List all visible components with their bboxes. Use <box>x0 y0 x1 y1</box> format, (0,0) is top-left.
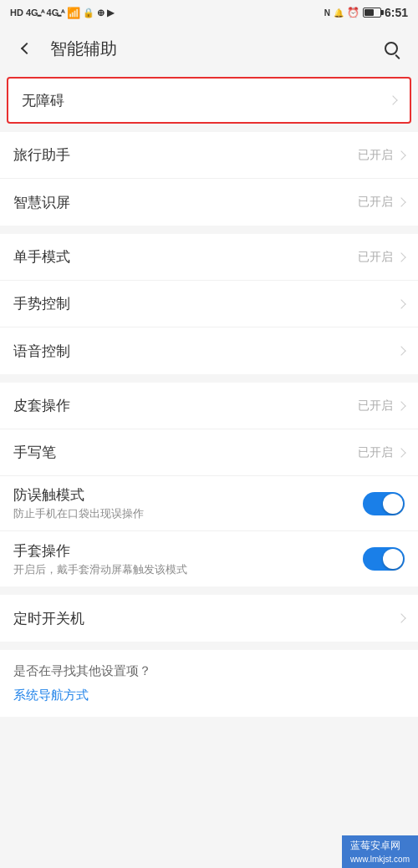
toggle-knob <box>383 549 403 569</box>
signal-text: HD <box>10 8 23 18</box>
item-yuyinkongzhi[interactable]: 语音控制 <box>0 327 418 374</box>
item-left: 语音控制 <box>13 342 398 361</box>
chevron-icon <box>396 150 405 160</box>
status-right: N 🔔 ⏰ 6:51 <box>324 6 408 19</box>
chevron-icon <box>396 252 405 261</box>
notification-icon: 🔔 <box>334 8 344 18</box>
item-right: 已开启 <box>358 445 405 460</box>
item-title: 旅行助手 <box>13 147 70 163</box>
vpn-icon: 🔒 <box>83 8 94 18</box>
battery-icon <box>363 8 381 18</box>
item-dingshiguanji[interactable]: 定时开关机 <box>0 595 418 642</box>
section-travel: 旅行助手 已开启 智慧识屏 已开启 <box>0 132 418 226</box>
chevron-icon <box>396 346 405 355</box>
section-accessories: 皮套操作 已开启 手写笔 已开启 防误触模式 防止手机在口袋出现误操作 手套操作… <box>0 383 418 586</box>
item-right <box>390 97 396 104</box>
chevron-icon <box>396 197 405 206</box>
item-lvxingzushou[interactable]: 旅行助手 已开启 <box>0 132 418 179</box>
watermark-subtext: www.lmkjst.com <box>350 855 410 864</box>
item-title: 无障碍 <box>22 93 64 109</box>
back-arrow-icon <box>21 43 33 54</box>
back-button[interactable] <box>13 35 40 62</box>
item-left: 手势控制 <box>13 294 398 313</box>
item-title: 皮套操作 <box>13 398 70 414</box>
item-title: 智慧识屏 <box>13 195 70 211</box>
item-subtitle: 开启后，戴手套滑动屏幕触发该模式 <box>13 562 363 577</box>
item-left: 智慧识屏 <box>13 193 358 212</box>
toggle-shoutao[interactable] <box>363 547 405 571</box>
page-title: 智能辅助 <box>50 38 117 60</box>
item-danshoumoshi[interactable]: 单手模式 已开启 <box>0 234 418 281</box>
item-left: 手套操作 开启后，戴手套滑动屏幕触发该模式 <box>13 541 363 577</box>
item-pitaocaozuo[interactable]: 皮套操作 已开启 <box>0 383 418 429</box>
item-title: 手写笔 <box>13 444 56 460</box>
search-icon <box>385 42 398 55</box>
signal-4g2: 4G <box>47 8 59 18</box>
item-right: 已开启 <box>358 148 405 163</box>
item-title: 防误触模式 <box>13 487 84 503</box>
chevron-icon <box>388 95 397 104</box>
status-bar: HD 4G ᪵ᴬ 4G ᪵ᴬ 📶 🔒 ⊕ ▶ N 🔔 ⏰ 6:51 <box>0 0 418 25</box>
watermark-text: 蓝莓安卓网 <box>350 840 400 851</box>
signal-bar1: ᪵ᴬ <box>41 8 44 18</box>
chevron-icon <box>396 299 405 308</box>
section-gesture: 单手模式 已开启 手势控制 语音控制 <box>0 234 418 374</box>
item-right: 已开启 <box>358 250 405 265</box>
chevron-icon <box>396 613 405 622</box>
toggle-fangwuchu[interactable] <box>363 492 405 515</box>
item-right: 已开启 <box>358 398 405 414</box>
header-left: 智能辅助 <box>13 35 117 62</box>
section-timer: 定时开关机 <box>0 595 418 642</box>
battery-fill <box>364 9 374 16</box>
section-accessibility: 无障碍 <box>0 77 418 124</box>
item-title: 单手模式 <box>13 249 70 265</box>
header: 智能辅助 <box>0 25 418 72</box>
item-fangwuchumoshi[interactable]: 防误触模式 防止手机在口袋出现误操作 <box>0 476 418 531</box>
signal-4g1: 4G <box>26 8 38 18</box>
item-right <box>363 547 405 571</box>
nfc-icon: N <box>324 8 330 18</box>
watermark: 蓝莓安卓网 www.lmkjst.com <box>342 835 418 868</box>
item-left: 皮套操作 <box>13 396 358 415</box>
item-left: 无障碍 <box>22 91 390 110</box>
item-shouxiubi[interactable]: 手写笔 已开启 <box>0 429 418 476</box>
item-title: 手势控制 <box>13 296 70 312</box>
chevron-icon <box>396 448 405 457</box>
item-title: 语音控制 <box>13 343 70 359</box>
signal-bar2: ᪵ᴬ <box>61 8 64 18</box>
toggle-knob <box>383 494 403 514</box>
item-title: 定时开关机 <box>13 611 84 627</box>
item-right <box>398 301 405 307</box>
charging-icon: ⊕ <box>97 8 104 18</box>
status-label: 已开启 <box>358 250 393 265</box>
item-left: 旅行助手 <box>13 145 358 165</box>
item-title: 手套操作 <box>13 543 70 559</box>
more-icon: ▶ <box>107 8 114 18</box>
item-right <box>398 348 405 354</box>
item-left: 定时开关机 <box>13 609 398 628</box>
status-label: 已开启 <box>358 398 393 414</box>
time-display: 6:51 <box>385 6 408 19</box>
status-left: HD 4G ᪵ᴬ 4G ᪵ᴬ 📶 🔒 ⊕ ▶ <box>10 7 114 19</box>
item-wuzhangai[interactable]: 无障碍 <box>7 77 411 124</box>
item-left: 防误触模式 防止手机在口袋出现误操作 <box>13 485 363 521</box>
wifi-icon: 📶 <box>67 7 80 19</box>
item-right: 已开启 <box>358 195 405 210</box>
footer-question: 是否在寻找其他设置项？ <box>13 663 405 679</box>
status-label: 已开启 <box>358 445 393 460</box>
item-subtitle: 防止手机在口袋出现误操作 <box>13 506 363 521</box>
item-right <box>398 615 405 622</box>
item-shousekongzhi[interactable]: 手势控制 <box>0 281 418 327</box>
footer-card: 是否在寻找其他设置项？ 系统导航方式 <box>0 650 418 717</box>
item-zhihuishiping[interactable]: 智慧识屏 已开启 <box>0 179 418 226</box>
item-left: 手写笔 <box>13 443 358 462</box>
item-left: 单手模式 <box>13 247 358 266</box>
status-label: 已开启 <box>358 195 393 210</box>
item-right <box>363 492 405 515</box>
chevron-icon <box>396 401 405 410</box>
status-label: 已开启 <box>358 148 393 163</box>
item-shoutaocaozuo[interactable]: 手套操作 开启后，戴手套滑动屏幕触发该模式 <box>0 531 418 586</box>
footer-link[interactable]: 系统导航方式 <box>13 688 405 703</box>
search-button[interactable] <box>378 35 405 62</box>
alarm-icon: ⏰ <box>347 7 359 18</box>
